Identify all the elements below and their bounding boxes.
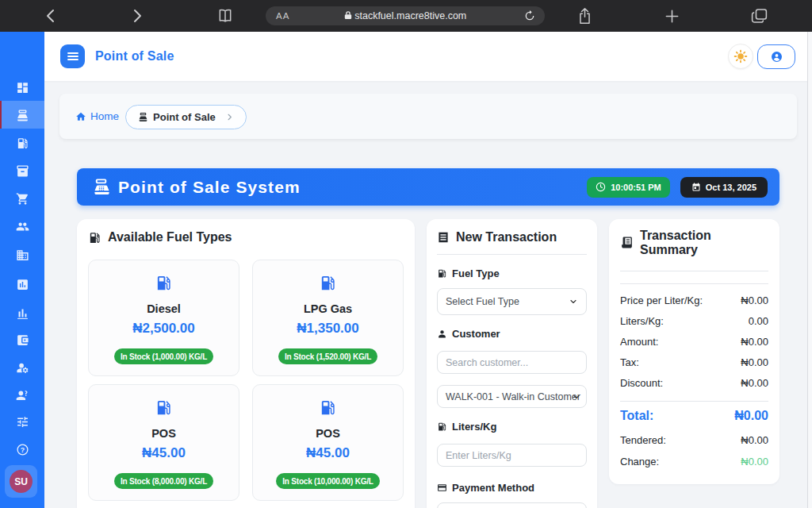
svg-text:?: ? xyxy=(20,445,24,453)
svg-text:SU: SU xyxy=(14,476,28,487)
